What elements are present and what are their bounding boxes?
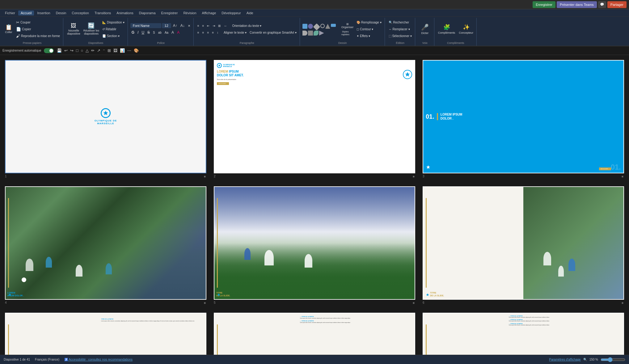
- menu-aide[interactable]: Aide: [244, 11, 256, 15]
- menu-revision[interactable]: Révision: [181, 11, 199, 15]
- slide-thumb-2[interactable]: OLYMPIQUE DEMARSEILLE LOREM IPSUMDOLOR S…: [214, 60, 415, 173]
- styles-rapides-button[interactable]: Stylesrapides: [340, 30, 355, 36]
- save-icon[interactable]: 💾: [56, 48, 62, 53]
- indent-less-button[interactable]: ⇤: [206, 23, 211, 29]
- nouvelle-diapositive-button[interactable]: 🖼 Nouvellediapositive: [66, 21, 82, 37]
- menu-developpeur[interactable]: Développeur: [219, 11, 243, 15]
- slide-thumb-9[interactable]: TITREDE LA SLIDE. — TITRE DE LA PARTIE L…: [423, 313, 624, 355]
- slide-thumb-7[interactable]: TITREDE LA SLIDE. TITRE DE LA PARTIE Lor…: [5, 313, 206, 355]
- menu-accueil[interactable]: Accueil: [18, 11, 34, 15]
- menu-affichage[interactable]: Affichage: [200, 11, 219, 15]
- enregistrer-button[interactable]: Enregistrer: [533, 1, 555, 8]
- align-left[interactable]: ≡: [196, 29, 201, 36]
- menu-enregistrer[interactable]: Enregistrer: [159, 11, 180, 15]
- line-icon[interactable]: ⁻: [102, 48, 106, 53]
- spacing-v[interactable]: ↕: [216, 29, 220, 36]
- shape3-icon[interactable]: △: [85, 48, 89, 53]
- slide-4-num: 4: [5, 301, 7, 304]
- reutiliser-button[interactable]: 🔄 Réutiliser lesdiapositives: [82, 21, 101, 37]
- slide-thumb-4[interactable]: LOREMIPSUM DOLOR .: [5, 186, 206, 300]
- dicter-button[interactable]: 🎤 Dicter: [419, 21, 430, 37]
- orientation-text-button[interactable]: Orientation du texte ▾: [231, 23, 263, 29]
- redo-icon[interactable]: ↪: [70, 48, 74, 53]
- zoom-slider[interactable]: [601, 357, 625, 362]
- slide-wrapper-1: OLYMPIQUE DEMARSEILLE 1 ✶: [5, 60, 206, 179]
- chart-icon[interactable]: 📊: [119, 48, 125, 53]
- menu-dessin[interactable]: Dessin: [53, 11, 69, 15]
- slide-thumb-6[interactable]: TITREDE LA SLIDE.: [423, 186, 624, 300]
- list-bullet-button[interactable]: ≡: [196, 23, 201, 29]
- indent-more-button[interactable]: ⇥: [211, 23, 216, 29]
- align-text-button[interactable]: Aligner le texte ▾: [222, 29, 248, 36]
- language: Français (France): [35, 358, 59, 361]
- reproduire-button[interactable]: 🖌 Reproduire la mise en forme: [15, 33, 61, 39]
- zoom-level: 150 %: [589, 358, 598, 361]
- remplissage-button[interactable]: 🎨 Remplissage ▾: [355, 19, 382, 25]
- shape1-icon[interactable]: □: [75, 48, 79, 53]
- selectionner-button[interactable]: ⬚ Sélectionner ▾: [387, 33, 413, 39]
- table-icon[interactable]: ⊞: [107, 48, 112, 53]
- arrow-icon[interactable]: ↗: [96, 48, 101, 53]
- concepteur-button[interactable]: ✨ Concepteur: [458, 21, 475, 37]
- col-button[interactable]: ⊞: [217, 23, 222, 29]
- organiser-button[interactable]: ⊞Organiser: [340, 22, 355, 29]
- image-icon[interactable]: 🖼: [113, 48, 118, 53]
- slide-thumb-5[interactable]: TITREDE LA SLIDE.: [214, 186, 415, 300]
- shape2-icon[interactable]: ○: [80, 48, 84, 53]
- slide-3-info: 3 ✶: [423, 175, 624, 179]
- slide-thumb-8[interactable]: TITREDE LA SLIDE. — TITRE DE LA PARTIE L…: [214, 313, 415, 355]
- display-params-link[interactable]: Paramètres d'affichage: [549, 358, 580, 361]
- pen-icon[interactable]: ✏: [91, 48, 95, 53]
- highlight-button[interactable]: A: [170, 29, 175, 36]
- complements-button[interactable]: 🧩 Compléments: [437, 21, 457, 37]
- align-right[interactable]: ≡: [206, 29, 210, 36]
- contour-button[interactable]: ◻ Contour ▾: [355, 26, 382, 32]
- font-size-down[interactable]: A↓: [179, 23, 186, 29]
- font-size-up[interactable]: A↑: [172, 23, 179, 29]
- copier-button[interactable]: 📄 Copier: [15, 26, 61, 32]
- slide-3-number: 01.: [426, 113, 438, 120]
- align-justify[interactable]: ≡: [211, 29, 215, 36]
- remplacer-button[interactable]: ↔ Remplacer ▾: [387, 26, 413, 32]
- strikethrough-button[interactable]: S: [146, 29, 151, 36]
- rechercher-button[interactable]: 🔍 Rechercher: [387, 19, 413, 25]
- couper-button[interactable]: ✂ Couper: [15, 19, 61, 25]
- retablir-button[interactable]: ↺ Rétablir: [101, 26, 125, 32]
- section-button[interactable]: 📑 Section ▾: [101, 33, 125, 39]
- undo-icon[interactable]: ↩: [64, 48, 68, 53]
- slide-thumb-1[interactable]: OLYMPIQUE DEMARSEILLE: [5, 60, 206, 173]
- align-center[interactable]: ≡: [201, 29, 205, 36]
- menu-diaporama[interactable]: Diaporama: [137, 11, 158, 15]
- list-number-button[interactable]: ≡: [201, 23, 205, 29]
- presenter-button[interactable]: Présenter dans Teams: [557, 1, 597, 8]
- coller-button[interactable]: 📋 Coller: [3, 21, 14, 37]
- font-color-button[interactable]: A: [176, 29, 181, 36]
- concepteur-label: Concepteur: [459, 31, 473, 34]
- menu-animations[interactable]: Animations: [114, 11, 136, 15]
- ribbon-group-complements: 🧩 Compléments ✨ Concepteur Compléments: [435, 18, 477, 46]
- slide-6-title: TITREDE LA SLIDE.: [430, 291, 521, 297]
- smartart-button[interactable]: Convertir en graphique SmartArt ▾: [248, 29, 298, 36]
- bold-button[interactable]: G: [130, 29, 136, 36]
- direction-button[interactable]: ↔: [222, 23, 228, 29]
- autosave-toggle[interactable]: [44, 48, 54, 53]
- color-icon[interactable]: 🎨: [133, 48, 139, 53]
- italic-button[interactable]: I: [136, 29, 140, 36]
- case-button[interactable]: Aa: [163, 29, 170, 36]
- clear-format[interactable]: ✕: [187, 23, 192, 29]
- slide-thumb-3[interactable]: 01. LOREM IPSUMDOLOR . 01. DÉCOUVRIR →: [423, 60, 624, 173]
- menu-fichier[interactable]: Fichier: [2, 11, 18, 15]
- slide-6-star: ✶: [621, 301, 624, 305]
- effets-button[interactable]: ✦ Effets ▾: [355, 33, 382, 39]
- partager-button[interactable]: Partager: [607, 1, 627, 8]
- more-icon[interactable]: ⋯: [127, 48, 132, 53]
- menu-transitions[interactable]: Transitions: [92, 11, 113, 15]
- shadow-button[interactable]: S: [152, 29, 156, 36]
- spacing-button[interactable]: ab: [157, 29, 163, 36]
- menu-insertion[interactable]: Insertion: [35, 11, 53, 15]
- disposition-button[interactable]: 📐 Disposition ▾: [101, 19, 125, 25]
- accessibility-link[interactable]: ♿ Accessibilité : consultez nos recomman…: [64, 358, 133, 361]
- menu-conception[interactable]: Conception: [69, 11, 91, 15]
- chat-button[interactable]: 💬: [598, 1, 606, 8]
- underline-button[interactable]: U: [140, 29, 146, 36]
